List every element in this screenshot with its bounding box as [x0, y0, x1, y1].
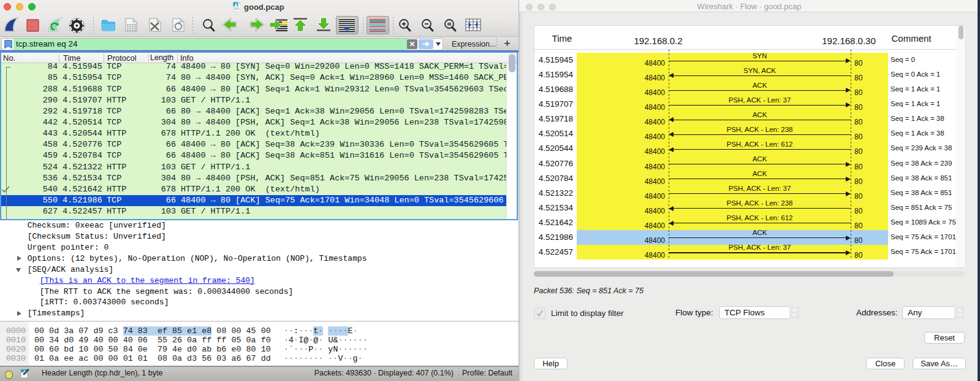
svg-text:010: 010	[234, 7, 239, 10]
